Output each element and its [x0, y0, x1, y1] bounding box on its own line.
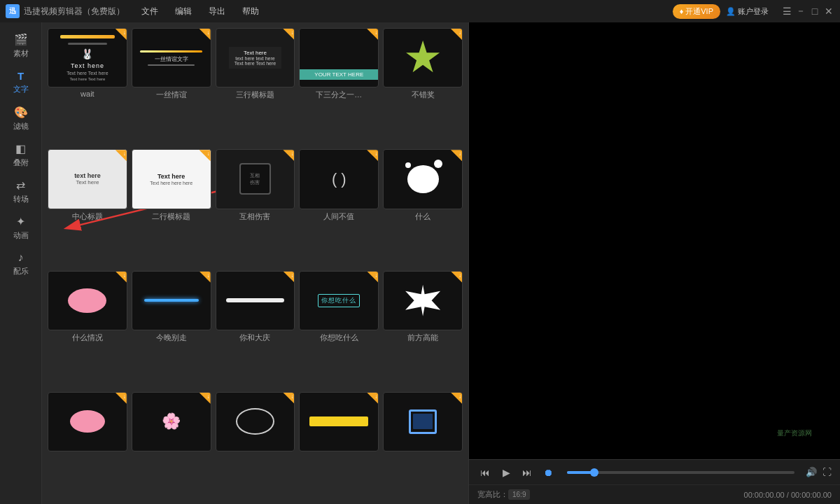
- template-label: 互相伤害: [216, 211, 295, 222]
- template-label: 什么情况: [48, 332, 127, 343]
- media-icon: 🎬: [14, 33, 28, 46]
- template-label: wait: [48, 90, 127, 98]
- volume-icon: 🔊: [806, 467, 817, 477]
- preview-area: 量产资源网: [469, 22, 840, 459]
- skip-forward-button[interactable]: ⏭: [519, 465, 535, 480]
- list-item[interactable]: 不错奖: [383, 28, 463, 145]
- list-item[interactable]: 你和大庆: [216, 271, 295, 388]
- sidebar-label-text: 文字: [13, 84, 29, 94]
- win-maximize-button[interactable]: □: [809, 6, 820, 17]
- list-item[interactable]: [383, 392, 463, 498]
- menu-file[interactable]: 文件: [139, 4, 161, 19]
- win-close-button[interactable]: ✕: [823, 6, 834, 17]
- template-label: 下三分之一…: [299, 90, 379, 100]
- template-label: 你和大庆: [216, 332, 295, 343]
- menu-export[interactable]: 导出: [206, 4, 228, 19]
- win-minimize-button[interactable]: －: [795, 6, 806, 17]
- template-label: 中心标题: [48, 211, 127, 222]
- menu-help[interactable]: 帮助: [239, 4, 262, 19]
- sidebar-item-text[interactable]: T 文字: [4, 64, 38, 99]
- titlebar: 迅 迅捷视频剪辑器（免费版） 文件 编辑 导出 帮助 ♦ 开通VIP 👤 账户登…: [0, 0, 840, 22]
- preview-info: 宽高比： 16:9 00:00:00.00 / 00:00:00.00: [469, 484, 840, 504]
- account-button[interactable]: 👤 账户登录: [726, 6, 769, 17]
- timecode: 00:00:00.00 / 00:00:00.00: [744, 491, 832, 499]
- sidebar-item-music[interactable]: ♪ 配乐: [4, 246, 38, 281]
- list-item[interactable]: 🌸: [132, 392, 211, 498]
- window-controls: ☰ － □ ✕: [781, 6, 834, 17]
- list-item[interactable]: 前方高能: [383, 271, 463, 388]
- template-label: 三行横标题: [216, 90, 295, 100]
- list-item[interactable]: [299, 392, 379, 498]
- list-item[interactable]: YOUR TEXT HERE 下三分之一…: [299, 28, 379, 145]
- sidebar-label-transition: 转场: [13, 194, 29, 204]
- sidebar-label-overlay: 叠附: [13, 158, 29, 168]
- user-icon: 👤: [726, 7, 736, 16]
- list-item[interactable]: 你想吃什么 你想吃什么: [299, 271, 379, 388]
- menu-bar: 文件 编辑 导出 帮助: [139, 4, 262, 19]
- overlay-icon: ◧: [15, 142, 26, 155]
- list-item[interactable]: [48, 392, 127, 498]
- sidebar-label-media: 素材: [13, 48, 29, 59]
- sidebar-item-overlay[interactable]: ◧ 叠附: [4, 137, 38, 172]
- template-label: 你想吃什么: [299, 332, 379, 343]
- list-item[interactable]: ( ) 人间不值: [299, 149, 379, 266]
- animation-icon: ✦: [16, 215, 25, 228]
- fullscreen-button[interactable]: ⛶: [822, 467, 832, 477]
- preview-controls: ⏮ ▶ ⏭ ⏺ 🔊 ⛶: [469, 459, 840, 484]
- list-item[interactable]: 一丝情谊文字 一丝情谊: [132, 28, 211, 145]
- filter-icon: 🎨: [14, 106, 28, 119]
- list-item[interactable]: [216, 392, 295, 498]
- diamond-icon: ♦: [680, 7, 684, 15]
- sidebar-item-filter[interactable]: 🎨 滤镜: [4, 101, 38, 136]
- play-button[interactable]: ▶: [498, 465, 514, 480]
- main-area: 🎬 素材 T 文字 🎨 滤镜 ◧ 叠附 ⇄ 转场 ✦ 动画 ♪ 配乐: [0, 22, 840, 504]
- template-label: 今晚别走: [132, 332, 211, 343]
- skip-back-button[interactable]: ⏮: [477, 465, 493, 480]
- sidebar-label-filter: 滤镜: [13, 121, 29, 132]
- list-item[interactable]: 今晚别走: [132, 271, 211, 388]
- list-item[interactable]: 什么情况: [48, 271, 127, 388]
- sidebar-item-transition[interactable]: ⇄ 转场: [4, 174, 38, 209]
- list-item[interactable]: 互相伤害 互相伤害: [216, 149, 295, 266]
- music-icon: ♪: [18, 251, 24, 264]
- template-label: 二行横标题: [132, 211, 211, 222]
- win-menu-icon[interactable]: ☰: [781, 6, 792, 17]
- template-label: 前方高能: [383, 332, 463, 343]
- list-item[interactable]: Text here text here text here Text here …: [216, 28, 295, 145]
- sidebar-item-animation[interactable]: ✦ 动画: [4, 210, 38, 245]
- loop-button[interactable]: ⏺: [540, 465, 556, 480]
- sidebar-label-music: 配乐: [13, 266, 29, 276]
- list-item[interactable]: 🐰 Text hene Text here Text here Text her…: [48, 28, 127, 145]
- transition-icon: ⇄: [16, 178, 25, 192]
- titlebar-right: ♦ 开通VIP 👤 账户登录 ☰ － □ ✕: [673, 4, 834, 19]
- sidebar: 🎬 素材 T 文字 🎨 滤镜 ◧ 叠附 ⇄ 转场 ✦ 动画 ♪ 配乐: [0, 22, 42, 504]
- playback-progress[interactable]: [567, 471, 794, 474]
- content-panel: 🐰 Text hene Text here Text here Text her…: [42, 22, 469, 504]
- text-templates-grid: 🐰 Text hene Text here Text here Text her…: [42, 22, 468, 504]
- vip-button[interactable]: ♦ 开通VIP: [673, 4, 720, 19]
- template-label: 什么: [383, 211, 463, 222]
- text-icon: T: [18, 70, 24, 82]
- list-item[interactable]: text here Text here 中心标题: [48, 149, 127, 266]
- template-label: 不错奖: [383, 90, 463, 100]
- list-item[interactable]: Text here Text here here here 二行横标题: [132, 149, 211, 266]
- sidebar-label-animation: 动画: [13, 230, 29, 241]
- preview-panel: 量产资源网 ⏮ ▶ ⏭ ⏺ 🔊 ⛶ 宽高比： 16:9 00:00:00.00 …: [469, 22, 840, 504]
- sidebar-item-media[interactable]: 🎬 素材: [4, 28, 38, 63]
- template-label: 人间不值: [299, 211, 379, 222]
- template-label: 一丝情谊: [132, 90, 211, 100]
- menu-edit[interactable]: 编辑: [172, 4, 195, 19]
- app-title: 迅捷视频剪辑器（免费版）: [24, 6, 125, 18]
- ratio-label: 宽高比：: [477, 489, 508, 500]
- list-item[interactable]: 什么: [383, 149, 463, 266]
- app-logo: 迅: [6, 4, 20, 18]
- ratio-badge: 16:9: [508, 489, 530, 500]
